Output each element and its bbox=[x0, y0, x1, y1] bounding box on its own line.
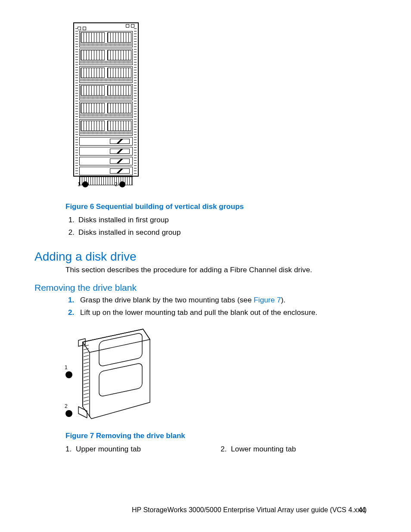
section-heading: Adding a disk drive bbox=[34, 250, 379, 264]
svg-line-13 bbox=[84, 390, 89, 391]
callout-number: 1 bbox=[78, 181, 81, 187]
svg-line-15 bbox=[84, 397, 89, 398]
step-text: Grasp the drive blank by the two mountin… bbox=[80, 296, 254, 304]
svg-line-3 bbox=[84, 355, 89, 357]
figure-7-legend-item: Upper mounting tab bbox=[76, 445, 141, 453]
page-number: 41 bbox=[358, 506, 366, 514]
svg-line-5 bbox=[84, 362, 89, 364]
figure-6-diagram bbox=[73, 22, 139, 177]
figure-7-legend-item: Lower mounting tab bbox=[231, 445, 296, 453]
figure-7-caption: Figure 7 Removing the drive blank bbox=[65, 432, 376, 440]
svg-line-8 bbox=[84, 373, 89, 374]
svg-rect-19 bbox=[99, 363, 142, 397]
figure-6-callouts: 1 2 bbox=[77, 181, 137, 190]
svg-line-4 bbox=[84, 359, 89, 360]
svg-line-2 bbox=[84, 352, 89, 353]
figure-6-caption: Figure 6 Sequential building of vertical… bbox=[65, 202, 376, 211]
svg-rect-18 bbox=[99, 333, 142, 367]
callout-number: 2 bbox=[65, 403, 68, 409]
svg-line-14 bbox=[84, 393, 89, 395]
figure-6-legend-item: Disks installed in first group bbox=[77, 215, 376, 225]
figure-7-link[interactable]: Figure 7 bbox=[254, 296, 281, 304]
step-text: Lift up on the lower mounting tab and pu… bbox=[80, 308, 318, 317]
svg-line-11 bbox=[84, 383, 89, 384]
footer-title: HP StorageWorks 3000/5000 Enterprise Vir… bbox=[132, 506, 367, 514]
svg-line-7 bbox=[84, 369, 89, 370]
section-intro: This section describes the procedure for… bbox=[65, 266, 312, 274]
procedure-step: Lift up on the lower mounting tab and pu… bbox=[78, 308, 376, 318]
svg-line-17 bbox=[84, 404, 89, 405]
callout-number: 2 bbox=[115, 181, 118, 187]
subsection-heading: Removing the drive blank bbox=[34, 283, 379, 293]
callout-number: 1 bbox=[65, 364, 68, 370]
svg-line-9 bbox=[84, 376, 89, 377]
svg-line-6 bbox=[84, 366, 89, 367]
step-text: ). bbox=[281, 296, 286, 304]
procedure-step: Grasp the drive blank by the two mountin… bbox=[78, 296, 376, 305]
svg-line-12 bbox=[84, 386, 89, 388]
svg-line-16 bbox=[84, 400, 89, 401]
figure-7-diagram: 1 2 bbox=[65, 325, 156, 424]
figure-6-legend-item: Disks installed in second group bbox=[77, 228, 376, 238]
svg-line-10 bbox=[84, 380, 89, 381]
svg-line-0 bbox=[84, 345, 89, 346]
